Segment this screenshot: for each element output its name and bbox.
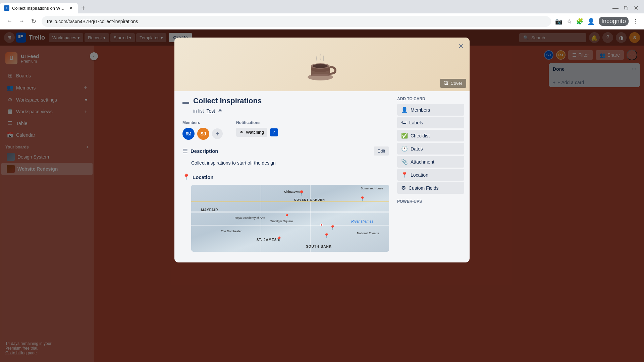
list-name-link[interactable]: Test — [206, 108, 215, 114]
map-pin-2: 📍 — [360, 196, 365, 201]
new-tab-button[interactable]: + — [78, 3, 89, 13]
modal-close-button[interactable]: ✕ — [455, 41, 466, 52]
back-button[interactable]: ← — [5, 17, 13, 25]
tab-favicon: T — [4, 5, 9, 11]
card-title[interactable]: Collect Inspirations — [193, 97, 262, 105]
active-tab[interactable]: T Collect Inspirations on Website R... ✕ — [0, 3, 78, 13]
add-members-button[interactable]: 👤 Members — [397, 104, 464, 116]
map-placeholder[interactable]: MAYFAIR Chinatown Somerset House COVENT … — [191, 185, 389, 252]
eye-icon: 👁 — [239, 130, 244, 135]
add-location-button[interactable]: 📍 Location — [397, 169, 464, 181]
power-ups-title: Power-Ups — [397, 199, 464, 204]
menu-icon[interactable]: ⋮ — [633, 18, 639, 25]
map-label-national: National Theatre — [357, 232, 379, 235]
modal-sidebar: Add to card 👤 Members 🏷 Labels ✅ Checkli… — [397, 97, 464, 257]
watching-controls: 👁 Watching ✓ — [236, 128, 278, 137]
members-label: Members — [182, 120, 223, 125]
labels-icon: 🏷 — [401, 120, 407, 126]
minimize-icon[interactable]: — — [612, 5, 619, 12]
custom-fields-btn-label: Custom Fields — [409, 185, 438, 191]
map-label-somerset: Somerset House — [361, 187, 383, 190]
map-label-trafalgar: Trafalgar Square — [270, 220, 293, 223]
camera-off-icon[interactable]: 📷 — [555, 18, 562, 25]
modal-subtitle: in list Test 👁 — [193, 108, 389, 114]
add-member-button[interactable]: + — [212, 128, 223, 139]
card-icon: ▬ — [182, 98, 189, 106]
map-pin-3: 📍 — [330, 225, 335, 230]
star-icon[interactable]: ☆ — [567, 18, 572, 25]
notifications-section: Notifications 👁 Watching ✓ — [236, 120, 278, 140]
browser-actions: 📷 ☆ 🧩 👤 Incognito ⋮ — [555, 17, 639, 26]
incognito-badge: Incognito — [599, 17, 629, 26]
notifications-label: Notifications — [236, 120, 278, 125]
member-avatar-rj[interactable]: RJ — [182, 128, 195, 140]
coffee-cup-image — [302, 48, 342, 89]
modal-main: ▬ Collect Inspirations in list Test 👁 Me… — [182, 97, 389, 257]
location-btn-icon: 📍 — [401, 172, 408, 178]
address-bar: ← → ↻ 📷 ☆ 🧩 👤 Incognito ⋮ — [0, 13, 644, 29]
add-dates-button[interactable]: 🕐 Dates — [397, 143, 464, 155]
attachment-icon: 📎 — [401, 159, 408, 165]
image-icon: 🖼 — [444, 81, 448, 86]
attachment-btn-label: Attachment — [411, 159, 434, 165]
watching-label: Watching — [246, 130, 264, 135]
road-h1 — [191, 212, 389, 213]
description-section: ☰ Description Edit Collect inspirations … — [182, 146, 389, 167]
add-labels-button[interactable]: 🏷 Labels — [397, 117, 464, 128]
watch-icon[interactable]: 👁 — [218, 108, 222, 114]
location-title: Location — [193, 174, 214, 180]
map-label-chinatown: Chinatown — [284, 190, 300, 193]
add-attachment-button[interactable]: 📎 Attachment — [397, 156, 464, 168]
members-notifications-row: Members RJ SJ + Notifications 👁 Watch — [182, 120, 389, 140]
tab-bar: T Collect Inspirations on Website R... ✕… — [0, 0, 644, 13]
location-section: 📍 Location — [182, 173, 389, 252]
map-label-mayfair: MAYFAIR — [201, 208, 218, 212]
member-avatar-sj[interactable]: SJ — [197, 128, 209, 140]
svg-point-5 — [313, 64, 328, 68]
edit-description-button[interactable]: Edit — [374, 146, 389, 156]
card-modal: 🖼 Cover ✕ ▬ Collect Inspirations in list… — [174, 38, 470, 262]
members-section: Members RJ SJ + — [182, 120, 223, 140]
tube-1 — [320, 224, 323, 226]
road-v2 — [310, 185, 311, 252]
map-label-dorchester: The Dorchester — [221, 230, 242, 233]
modal-title-section: ▬ Collect Inspirations — [182, 97, 389, 106]
dates-btn-label: Dates — [411, 146, 423, 152]
map-background: MAYFAIR Chinatown Somerset House COVENT … — [191, 185, 389, 252]
checklist-btn-label: Checklist — [411, 133, 430, 138]
add-checklist-button[interactable]: ✅ Checklist — [397, 130, 464, 141]
location-header: 📍 Location — [182, 173, 389, 181]
restore-icon[interactable]: ⧉ — [624, 5, 628, 12]
location-btn-label: Location — [411, 172, 428, 178]
map-pin-selected: 📍 — [284, 214, 290, 219]
cover-button[interactable]: 🖼 Cover — [440, 79, 466, 88]
road-h2 — [191, 225, 389, 226]
reload-button[interactable]: ↻ — [30, 17, 38, 25]
map-pin-5: 📍 — [324, 233, 329, 238]
checklist-icon: ✅ — [401, 132, 408, 139]
modal-overlay[interactable]: 🖼 Cover ✕ ▬ Collect Inspirations in list… — [0, 29, 644, 362]
description-icon: ☰ — [182, 147, 188, 155]
road-yellow — [191, 201, 389, 202]
modal-cover: 🖼 Cover — [174, 38, 470, 91]
svg-point-6 — [308, 74, 333, 80]
map-pin-1: 📍 — [298, 190, 305, 196]
extensions-icon[interactable]: 🧩 — [576, 18, 583, 25]
tab-title: Collect Inspirations on Website R... — [12, 6, 66, 11]
watching-check[interactable]: ✓ — [270, 128, 278, 136]
forward-button[interactable]: → — [17, 17, 25, 25]
description-text: Collect inspirations to start off the de… — [191, 160, 389, 167]
add-custom-fields-button[interactable]: ⚙ Custom Fields — [397, 182, 464, 194]
labels-btn-label: Labels — [409, 120, 423, 125]
watching-button[interactable]: 👁 Watching — [236, 128, 267, 137]
url-input[interactable] — [42, 16, 551, 27]
map-label-covent: COVENT GARDEN — [294, 198, 325, 201]
description-title: Description — [191, 148, 218, 154]
map-label-thames: River Thames — [351, 220, 373, 223]
profile-icon[interactable]: 👤 — [587, 18, 595, 25]
close-icon[interactable]: ✕ — [634, 4, 639, 12]
description-header: ☰ Description Edit — [182, 146, 389, 156]
map-pin-4: 📍 — [276, 236, 282, 242]
members-icon: 👤 — [401, 107, 408, 113]
tab-close-button[interactable]: ✕ — [68, 5, 74, 11]
